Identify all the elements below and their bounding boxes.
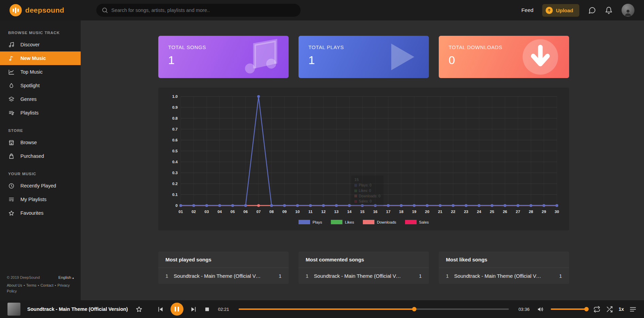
song-count: 1 [559,273,562,279]
user-avatar[interactable] [622,4,634,17]
search-bar [96,4,301,17]
legend-likes[interactable]: Likes [331,220,354,224]
svg-text:24: 24 [477,210,481,214]
volume-knob[interactable] [584,307,589,312]
svg-text:12: 12 [321,210,326,214]
upload-button[interactable]: Upload [542,4,579,17]
most-commented-card: Most commented songs 1 Soundtrack - Main… [299,252,429,284]
sidebar-item-discover[interactable]: Discover [0,38,81,51]
rank: 1 [446,273,449,279]
volume-icon[interactable] [537,306,544,313]
elapsed-time: 02:21 [216,307,231,312]
caret-up-icon: ▴ [72,276,74,279]
section-title-your-music: YOUR MUSIC [0,168,81,179]
footer-link-about[interactable]: About Us [7,283,22,287]
song-title: Soundtrack - Main Theme (Official Versio… [314,273,402,279]
notifications-icon[interactable] [605,6,613,14]
app-root: deepsound Feed Upload BROWSE MUSIC TRACK [0,0,644,318]
sidebar-item-label: New Music [20,56,46,61]
sidebar-item-spotlight[interactable]: Spotlight [0,79,81,92]
progress-bar[interactable] [239,308,509,310]
language-selector[interactable]: English ▴ [59,275,74,279]
svg-text:23: 23 [464,210,468,214]
sidebar-item-label: Top Music [20,69,43,75]
svg-text:08: 08 [269,210,274,214]
most-liked-card: Most liked songs 1 Soundtrack - Main The… [439,252,569,284]
shuffle-icon[interactable] [606,306,613,313]
progress-knob[interactable] [412,307,417,312]
track-thumbnail[interactable] [7,303,20,316]
sidebar-item-browse[interactable]: Browse [0,136,81,149]
dot-separator: • [55,283,56,287]
sidebar-item-favourites[interactable]: Favourites [0,206,81,220]
playlist-icon [8,110,15,116]
top-lists-row: Most played songs 1 Soundtrack - Main Th… [158,252,569,284]
svg-text:11: 11 [308,210,313,214]
activity-chart-panel: 0102030405060708091011121314151617181920… [158,88,569,230]
svg-text:26: 26 [503,210,507,214]
repeat-icon[interactable] [593,306,600,313]
svg-text:0.4: 0.4 [172,160,178,164]
next-track-icon[interactable] [190,306,197,313]
svg-text:18: 18 [399,210,403,214]
stat-card-total-downloads: TOTAL DOWNLOADS 0 [439,36,569,78]
star-icon [8,210,15,216]
search-icon [101,7,108,14]
footer-link-contact[interactable]: Contact [41,283,53,287]
player-bar: Soundtrack - Main Theme (Official Versio… [0,300,644,318]
sidebar-item-new-music[interactable]: New Music [0,51,81,65]
footer-links: About Us•Terms•Contact•Privacy Policy [7,283,74,294]
svg-text:21: 21 [438,210,442,214]
sidebar-item-recently-played[interactable]: Recently Played [0,179,81,193]
footer-link-terms[interactable]: Terms [26,283,36,287]
sidebar-item-label: Spotlight [20,83,39,88]
song-title: Soundtrack - Main Theme (Official Versio… [174,273,261,279]
sidebar-item-label: Favourites [20,210,44,216]
queue-icon[interactable] [629,306,637,313]
playback-controls [157,303,211,316]
svg-text:19: 19 [412,210,416,214]
legend-sales[interactable]: Sales [405,220,429,224]
app-logo[interactable]: deepsound [10,4,96,16]
bag-icon [8,153,15,160]
previous-track-icon[interactable] [157,306,164,313]
sidebar-item-label: Genres [20,96,37,102]
dot-separator: • [23,283,25,287]
sidebar-item-playlists[interactable]: Playlists [0,106,81,120]
playback-speed[interactable]: 1x [618,306,624,312]
svg-text:0.3: 0.3 [172,171,178,175]
sidebar-item-top-music[interactable]: Top Music [0,65,81,79]
legend-downloads[interactable]: Downloads [363,220,396,224]
sidebar-item-purchased[interactable]: Purchased [0,149,81,163]
svg-text:03: 03 [205,210,209,214]
list-item[interactable]: 1 Soundtrack - Main Theme (Official Vers… [439,268,569,284]
rank: 1 [165,273,168,279]
svg-text:0.2: 0.2 [172,182,178,186]
svg-text:0.7: 0.7 [172,127,178,131]
svg-text:25: 25 [490,210,494,214]
sidebar-item-label: Playlists [20,110,38,116]
svg-text:02: 02 [192,210,196,214]
pause-button[interactable] [171,303,183,316]
droplet-icon [8,82,15,89]
sidebar-item-label: My Playlists [20,197,47,202]
total-time: 03:36 [516,307,531,312]
legend-plays[interactable]: Plays [299,220,322,224]
download-icon [519,36,562,78]
favourite-star-icon[interactable] [135,306,143,313]
sidebar-item-my-playlists[interactable]: My Playlists [0,193,81,206]
list-play-icon [8,196,15,203]
activity-chart: 0102030405060708091011121314151617181920… [165,94,562,216]
logo-icon [10,4,22,16]
volume-slider[interactable] [551,308,586,310]
song-title: Soundtrack - Main Theme (Official Versio… [454,273,542,279]
search-input[interactable] [96,4,301,17]
list-item[interactable]: 1 Soundtrack - Main Theme (Official Vers… [158,268,289,284]
list-item[interactable]: 1 Soundtrack - Main Theme (Official Vers… [299,268,429,284]
feed-link[interactable]: Feed [521,7,533,13]
stop-icon[interactable] [204,306,211,313]
messages-icon[interactable] [588,6,596,14]
sidebar-item-genres[interactable]: Genres [0,92,81,106]
stat-card-total-plays: TOTAL PLAYS 1 [299,36,429,78]
svg-text:0.6: 0.6 [172,138,178,142]
